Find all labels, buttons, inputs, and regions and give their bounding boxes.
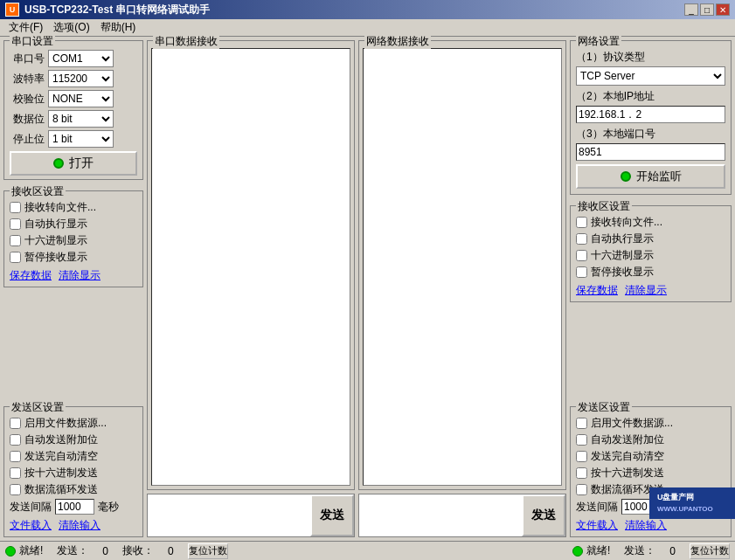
net-recv-links: 保存数据 清除显示 [576, 283, 725, 298]
net-recv-panel: 网络数据接收 [358, 40, 566, 490]
maximize-button[interactable]: □ [700, 3, 714, 16]
center-area: 串口数据接收 网络数据接收 发送 发送 [147, 40, 566, 537]
serial-save-data-link[interactable]: 保存数据 [10, 268, 52, 283]
net-recv-cb-1: 自动执行显示 [576, 232, 725, 246]
net-reset-count-button[interactable]: 复位计数 [690, 543, 730, 559]
serial-send-check-4[interactable] [10, 484, 21, 495]
parity-label: 校验位 [10, 92, 45, 107]
net-send-cb-2: 发送完自动清空 [576, 449, 725, 464]
serial-file-load-link[interactable]: 文件载入 [10, 518, 52, 533]
net-recv-check-1[interactable] [576, 233, 587, 245]
serial-send-textarea[interactable] [148, 494, 310, 536]
net-clear-input-link[interactable]: 清除输入 [625, 518, 667, 533]
baud-select[interactable]: 1152009600192003840057600 [48, 70, 114, 87]
net-recv-cb-2: 十六进制显示 [576, 248, 725, 263]
serial-recv-check-0[interactable] [10, 202, 21, 213]
right-status-text: 就绪! [586, 543, 610, 558]
net-file-load-link[interactable]: 文件载入 [576, 518, 618, 533]
serial-send-cb-0: 启用文件数据源... [10, 416, 137, 431]
serial-send-button[interactable]: 发送 [310, 494, 354, 536]
start-listen-button[interactable]: 开始监听 [576, 164, 725, 189]
center-bottom: 发送 发送 [147, 494, 566, 537]
serial-recv-check-2[interactable] [10, 235, 21, 246]
net-recv-settings-title: 接收区设置 [576, 199, 632, 214]
status-bar: 就绪! 发送： 0 接收： 0 复位计数 就绪! 发送： 0 复位计数 [0, 541, 735, 560]
serial-send-check-2[interactable] [10, 451, 21, 462]
port-input[interactable] [576, 143, 725, 161]
serial-send-check-3[interactable] [10, 467, 21, 479]
net-send-textarea[interactable] [359, 494, 522, 536]
net-send-button[interactable]: 发送 [522, 494, 565, 536]
net-recv-label-2: 十六进制显示 [591, 248, 654, 263]
serial-reset-count-button[interactable]: 复位计数 [188, 543, 228, 559]
net-clear-display-link[interactable]: 清除显示 [625, 283, 667, 298]
net-interval-label: 发送间隔 [576, 500, 618, 515]
port-label-net: （3）本地端口号 [576, 127, 725, 142]
serial-recv-panel-title: 串口数据接收 [153, 34, 219, 49]
serial-recv-label-3: 暂停接收显示 [24, 250, 87, 265]
net-send-check-1[interactable] [576, 434, 587, 446]
net-send-check-2[interactable] [576, 451, 587, 462]
serial-open-button[interactable]: 打开 [10, 151, 137, 176]
serial-recv-textarea[interactable] [151, 48, 350, 486]
network-settings-group: 网络设置 （1）协议类型 TCP Server TCP Client UDP （… [570, 40, 732, 195]
net-status-indicator [621, 171, 631, 182]
net-send-count-value: 0 [669, 545, 676, 557]
stopbit-select[interactable]: 1 bit2 bit [48, 130, 114, 148]
minimize-button[interactable]: _ [684, 3, 698, 16]
net-recv-panel-title: 网络数据接收 [364, 34, 431, 49]
net-recv-textarea[interactable] [363, 48, 562, 486]
menu-help[interactable]: 帮助(H) [95, 19, 142, 36]
net-send-label-2: 发送完自动清空 [591, 449, 664, 464]
port-select[interactable]: COM1COM2COM3 [48, 50, 114, 67]
serial-interval-input[interactable] [55, 499, 94, 515]
net-recv-cb-3: 暂停接收显示 [576, 265, 725, 280]
serial-send-label-2: 发送完自动清空 [24, 449, 98, 464]
serial-settings-title: 串口设置 [10, 34, 55, 49]
serial-recv-check-3[interactable] [10, 252, 21, 263]
title-bar: U USB-TCP232-Test 串口转网络调试助手 _ □ ✕ [0, 0, 735, 19]
serial-settings-group: 串口设置 串口号 COM1COM2COM3 波特率 11520096001920… [3, 40, 143, 180]
net-send-check-4[interactable] [576, 484, 587, 495]
right-spacer [570, 306, 732, 396]
net-recv-check-2[interactable] [576, 250, 587, 261]
serial-recv-cb-3: 暂停接收显示 [10, 250, 137, 265]
port-label: 串口号 [10, 52, 45, 66]
net-recv-label-1: 自动执行显示 [591, 232, 654, 246]
net-recv-label-3: 暂停接收显示 [591, 265, 654, 280]
serial-send-count-label: 发送： [57, 543, 88, 558]
serial-send-check-0[interactable] [10, 418, 21, 429]
net-send-count-label: 发送： [624, 543, 655, 558]
menu-options[interactable]: 选项(O) [48, 19, 94, 36]
net-send-label-1: 自动发送附加位 [591, 432, 664, 447]
svg-text:U: U [10, 5, 16, 14]
serial-send-label-3: 按十六进制发送 [24, 466, 98, 480]
serial-send-cb-4: 数据流循环发送 [10, 482, 137, 497]
close-button[interactable]: ✕ [716, 3, 730, 16]
parity-select[interactable]: NONEODDEVEN [48, 90, 114, 107]
serial-recv-label-2: 十六进制显示 [24, 233, 87, 248]
serial-send-label-0: 启用文件数据源... [24, 416, 107, 431]
ip-input[interactable] [576, 106, 725, 123]
net-send-check-0[interactable] [576, 418, 587, 429]
serial-send-check-1[interactable] [10, 434, 21, 446]
net-send-check-3[interactable] [576, 467, 587, 479]
serial-recv-label-1: 自动执行显示 [24, 217, 87, 232]
serial-send-label-4: 数据流循环发送 [24, 482, 98, 497]
net-save-data-link[interactable]: 保存数据 [576, 283, 618, 298]
databit-select[interactable]: 8 bit7 bit [48, 110, 114, 128]
svg-text:WWW.UPANTOO: WWW.UPANTOO [657, 505, 713, 513]
right-status-icon [572, 546, 583, 557]
net-recv-check-0[interactable] [576, 217, 587, 228]
window-title: USB-TCP232-Test 串口转网络调试助手 [24, 3, 210, 17]
serial-recv-check-1[interactable] [10, 218, 21, 230]
serial-clear-display-link[interactable]: 清除显示 [59, 268, 101, 283]
net-send-links: 文件载入 清除输入 [576, 518, 725, 533]
left-spacer [3, 291, 143, 396]
serial-clear-input-link[interactable]: 清除输入 [59, 518, 101, 533]
serial-interval-label: 发送间隔 [10, 500, 52, 515]
serial-send-settings-group: 发送区设置 启用文件数据源... 自动发送附加位 发送完自动清空 按十六进制发送… [3, 406, 143, 537]
protocol-select[interactable]: TCP Server TCP Client UDP [576, 66, 725, 86]
net-recv-check-3[interactable] [576, 266, 587, 278]
serial-send-label-1: 自动发送附加位 [24, 432, 98, 447]
